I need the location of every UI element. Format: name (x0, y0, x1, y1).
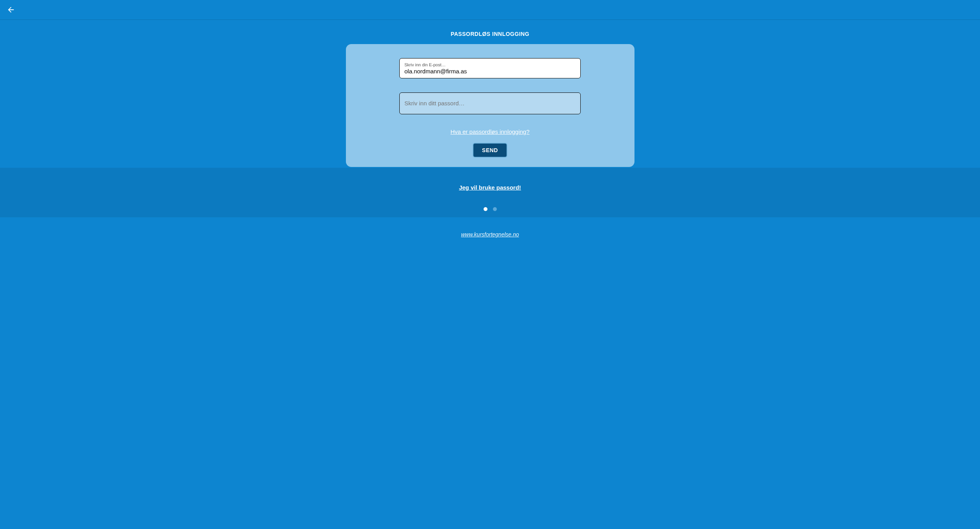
pagination-dot-2[interactable] (493, 207, 497, 211)
arrow-left-icon (7, 5, 15, 14)
email-input[interactable] (404, 68, 576, 75)
content-wrapper: PASSORDLØS INNLOGGING Skriv inn din E-po… (0, 20, 980, 238)
send-button[interactable]: SEND (473, 143, 507, 158)
email-label: Skriv inn din E-post… (404, 62, 576, 67)
pagination-dot-1[interactable] (484, 207, 487, 211)
page-title: PASSORDLØS INNLOGGING (451, 31, 530, 37)
password-field-container (399, 92, 581, 114)
header-bar (0, 0, 980, 20)
footer-site-link[interactable]: www.kursfortegnelse.no (461, 231, 519, 238)
login-card: Skriv inn din E-post… Hva er passordløs … (346, 44, 634, 167)
back-button[interactable] (5, 4, 16, 15)
password-input (404, 100, 576, 107)
email-field-container[interactable]: Skriv inn din E-post… (399, 58, 581, 78)
pagination-dots (0, 207, 980, 217)
help-link[interactable]: Hva er passordløs innlogging? (450, 128, 530, 135)
use-password-link[interactable]: Jeg vil bruke passord! (459, 184, 521, 191)
alt-section: Jeg vil bruke passord! (0, 168, 980, 207)
